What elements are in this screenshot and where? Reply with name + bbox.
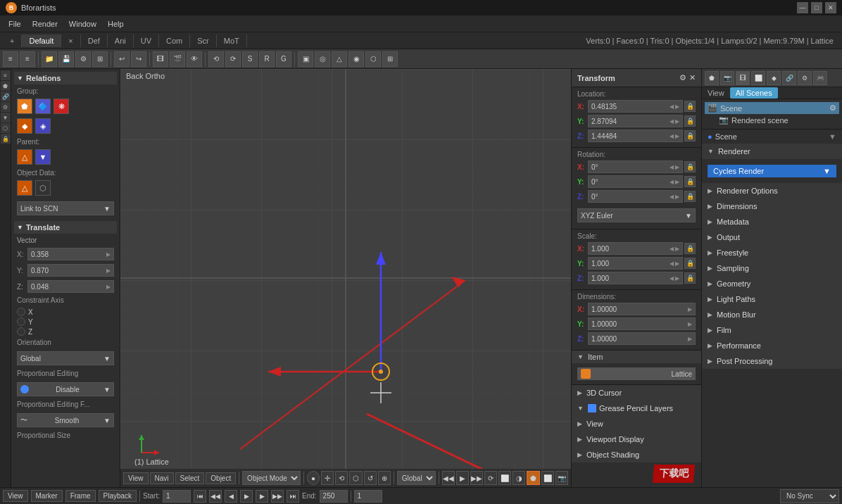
next-key-btn[interactable]: ▶▶	[271, 490, 284, 503]
left-tool-2[interactable]: ⬟	[1, 81, 11, 91]
motion-blur-header[interactable]: ▶ Motion Blur	[702, 307, 842, 322]
vp-camera-btn[interactable]: 📷	[555, 471, 568, 485]
performance-header[interactable]: ▶ Performance	[702, 338, 842, 353]
scale-z-value[interactable]: 1.000 ◀ ▶	[588, 272, 683, 284]
view-section-header[interactable]: ▶ View	[572, 416, 701, 431]
extra-btn-1[interactable]: ◆	[17, 118, 32, 134]
prev-key-btn[interactable]: ◀◀	[209, 490, 222, 503]
props-settings-icon[interactable]: ⚙	[679, 73, 686, 82]
toolbar-btn-5[interactable]: ↩	[114, 51, 130, 67]
vp-solid-btn[interactable]: ⬜	[498, 471, 511, 485]
toolbar-btn-3[interactable]: ⚙	[75, 51, 91, 67]
obj-data-btn-1[interactable]: △	[17, 180, 32, 196]
scale-z-lock[interactable]: 🔒	[684, 272, 696, 284]
rot-x-lock[interactable]: 🔒	[684, 161, 696, 172]
loc-y-lock[interactable]: 🔒	[684, 115, 696, 127]
vp-rendered-btn[interactable]: ⬟	[527, 471, 539, 485]
vp-scale-btn[interactable]: ⬡	[349, 471, 362, 485]
translate-header[interactable]: ▼ Translate	[14, 221, 117, 234]
proportional-dropdown[interactable]: Disable ▼	[17, 382, 114, 396]
vp-view-btn[interactable]: View	[123, 472, 149, 484]
scene-item-main[interactable]: 🎬 Scene ⚙	[705, 102, 839, 114]
loc-x-right[interactable]: ▶	[675, 103, 679, 110]
vp-prev-frame-btn[interactable]: ◀◀	[442, 471, 455, 485]
rp-icon-8[interactable]: 🎮	[813, 71, 827, 85]
axis-y-radio[interactable]	[17, 317, 25, 326]
vp-sphere-btn[interactable]: ●	[307, 471, 320, 485]
maximize-button[interactable]: □	[811, 2, 822, 13]
metadata-header[interactable]: ▶ Metadata	[702, 214, 842, 229]
left-tool-3[interactable]: 🔗	[1, 92, 11, 101]
vec-x-value[interactable]: 0.358 ▶	[27, 248, 114, 260]
tab-def2[interactable]: Def	[81, 34, 108, 47]
vp-mode-select[interactable]: Object Mode Edit Mode	[242, 471, 301, 485]
loc-z-value[interactable]: 1.44484 ◀ ▶	[588, 130, 683, 142]
left-tool-6[interactable]: ⬡	[1, 123, 11, 133]
toolbar-btn-13[interactable]: ◎	[315, 51, 330, 67]
bottom-marker-btn[interactable]: Marker	[31, 490, 63, 502]
rp-icon-7[interactable]: ⚙	[798, 71, 812, 85]
vp-select-btn[interactable]: Select	[175, 472, 205, 484]
menu-render[interactable]: Render	[27, 15, 63, 32]
scale-z-left[interactable]: ◀	[670, 275, 674, 282]
freestyle-header[interactable]: ▶ Freestyle	[702, 245, 842, 260]
vp-cursor-btn[interactable]: ✛	[321, 471, 334, 485]
loc-y-left[interactable]: ◀	[670, 118, 674, 125]
scale-z-right[interactable]: ▶	[675, 275, 679, 282]
output-header[interactable]: ▶ Output	[702, 229, 842, 245]
skip-start-btn[interactable]: ⏮	[194, 490, 206, 503]
scene-item-sub[interactable]: 📷 Rendered scene	[705, 114, 839, 126]
left-tool-5[interactable]: ▼	[1, 113, 11, 122]
extra-btn-2[interactable]: ◈	[35, 118, 51, 134]
bottom-view-btn[interactable]: View	[3, 490, 28, 502]
toolbar-btn-12[interactable]: ▣	[298, 51, 313, 67]
rot-z-value[interactable]: 0° ◀ ▶	[588, 190, 683, 203]
toolbar-save-btn[interactable]: 💾	[58, 51, 74, 67]
renderer-options-header[interactable]: ▶ Renderer Options	[702, 183, 842, 199]
toolbar-btn-14[interactable]: △	[332, 51, 347, 67]
rot-z-left[interactable]: ◀	[670, 194, 674, 200]
vp-navi-btn[interactable]: Navi	[150, 472, 174, 484]
rp-icon-4[interactable]: ⬜	[751, 71, 765, 85]
skip-end-btn[interactable]: ⏭	[287, 490, 299, 503]
toolbar-btn-7[interactable]: ⟲	[208, 51, 224, 67]
close-button[interactable]: ✕	[825, 2, 836, 13]
vp-transform-btn[interactable]: ⊕	[378, 471, 391, 485]
grease-pencil-header[interactable]: ▼ Grease Pencil Layers	[572, 401, 701, 416]
viewport-display-header[interactable]: ▶ Viewport Display	[572, 431, 701, 447]
end-input[interactable]	[320, 490, 348, 503]
toolbar-render[interactable]: 🎞	[153, 51, 168, 67]
vp-play-btn[interactable]: ▶	[456, 471, 469, 485]
group-btn-3[interactable]: ❋	[54, 99, 69, 114]
object-shading-header[interactable]: ▶ Object Shading	[572, 447, 701, 462]
start-input[interactable]	[163, 490, 191, 503]
vp-rotate-btn[interactable]: ↺	[364, 471, 377, 485]
minimize-button[interactable]: —	[797, 2, 808, 13]
group-btn-2[interactable]: 🔷	[35, 99, 51, 114]
menu-help[interactable]: Help	[102, 15, 130, 32]
loc-y-value[interactable]: 2.87094 ◀ ▶	[588, 115, 683, 127]
vp-move-btn[interactable]: ⟲	[335, 471, 348, 485]
tab-def[interactable]: ×	[61, 34, 80, 47]
rot-x-value[interactable]: 0° ◀ ▶	[588, 160, 683, 173]
euler-dropdown[interactable]: XYZ Euler ▼	[577, 208, 696, 222]
toolbar-btn-8[interactable]: ⟳	[225, 51, 241, 67]
scale-y-value[interactable]: 1.000 ◀ ▶	[588, 257, 683, 270]
rp-tab-all-scenes[interactable]: All Scenes	[730, 87, 778, 99]
scale-y-left[interactable]: ◀	[670, 260, 674, 267]
rot-y-left[interactable]: ◀	[670, 179, 674, 185]
rp-icon-5[interactable]: ◆	[767, 71, 781, 85]
cycles-dropdown[interactable]: Cycles Render ▼	[708, 165, 836, 177]
toolbar-btn-9[interactable]: S	[242, 51, 258, 67]
tab-plus[interactable]: +	[3, 34, 22, 47]
rp-icon-6[interactable]: 🔗	[782, 71, 796, 85]
toolbar-btn-6[interactable]: ↪	[131, 51, 146, 67]
cursor-3d-header[interactable]: ▶ 3D Cursor	[572, 385, 701, 401]
vp-sync-btn[interactable]: ⟳	[484, 471, 497, 485]
bottom-playback-btn[interactable]: Playback	[99, 490, 137, 502]
bottom-frame-btn[interactable]: Frame	[65, 490, 96, 502]
toolbar-view3[interactable]: 👁	[187, 51, 202, 67]
rp-tab-view[interactable]: View	[702, 87, 730, 99]
vp-object-btn[interactable]: Object	[206, 472, 236, 484]
toolbar-btn-15[interactable]: ◉	[348, 51, 364, 67]
